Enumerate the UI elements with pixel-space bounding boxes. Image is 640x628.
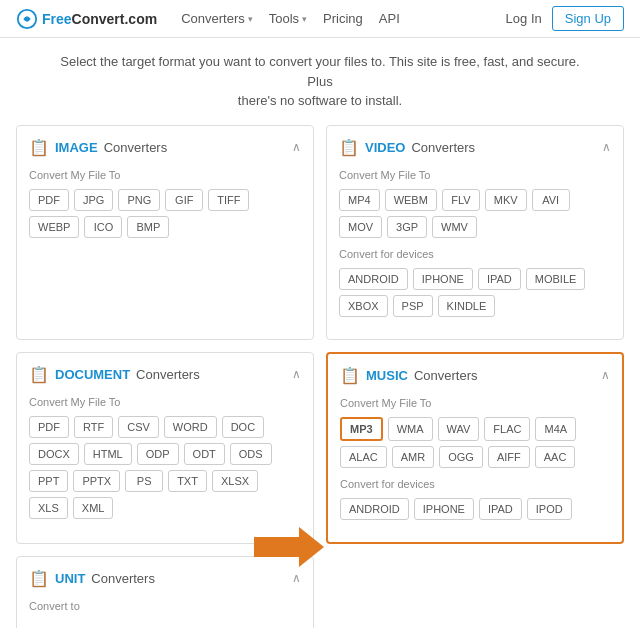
document-card-header: 📋 DOCUMENT Converters ∧ (29, 365, 301, 384)
document-section-label: Convert My File To (29, 396, 301, 408)
subtitle: Select the target format you want to con… (0, 38, 640, 125)
main-grid: 📋 IMAGE Converters ∧ Convert My File To … (0, 125, 640, 629)
format-html[interactable]: HTML (84, 443, 132, 465)
device-mobile[interactable]: MOBILE (526, 268, 586, 290)
format-wma[interactable]: WMA (388, 417, 433, 441)
format-jpg[interactable]: JPG (74, 189, 113, 211)
music-device-iphone[interactable]: IPHONE (414, 498, 474, 520)
device-psp[interactable]: PSP (393, 295, 433, 317)
music-device-android[interactable]: ANDROID (340, 498, 409, 520)
nav-pricing[interactable]: Pricing (323, 11, 363, 26)
format-pdf[interactable]: PDF (29, 189, 69, 211)
format-3gp[interactable]: 3GP (387, 216, 427, 238)
format-docx[interactable]: DOCX (29, 443, 79, 465)
music-format-grid: MP3 WMA WAV FLAC M4A ALAC AMR OGG AIFF A… (340, 417, 610, 468)
signup-button[interactable]: Sign Up (552, 6, 624, 31)
music-device-ipad[interactable]: IPAD (479, 498, 522, 520)
device-ipad[interactable]: IPAD (478, 268, 521, 290)
format-aiff[interactable]: AIFF (488, 446, 530, 468)
format-amr[interactable]: AMR (392, 446, 434, 468)
format-m4a[interactable]: M4A (535, 417, 576, 441)
nav-tools[interactable]: Tools ▾ (269, 11, 307, 26)
nav-converters[interactable]: Converters ▾ (181, 11, 253, 26)
video-card: 📋 VIDEO Converters ∧ Convert My File To … (326, 125, 624, 340)
image-format-grid: PDF JPG PNG GIF TIFF WEBP ICO BMP (29, 189, 301, 238)
format-xlsx[interactable]: XLSX (212, 470, 258, 492)
format-flv[interactable]: FLV (442, 189, 480, 211)
format-webp[interactable]: WEBP (29, 216, 79, 238)
video-card-header: 📋 VIDEO Converters ∧ (339, 138, 611, 157)
image-section-label: Convert My File To (29, 169, 301, 181)
format-mp4[interactable]: MP4 (339, 189, 380, 211)
document-card: 📋 DOCUMENT Converters ∧ Convert My File … (16, 352, 314, 544)
format-avi[interactable]: AVI (532, 189, 570, 211)
format-alac[interactable]: ALAC (340, 446, 387, 468)
format-doc[interactable]: DOC (222, 416, 264, 438)
format-mp3[interactable]: MP3 (340, 417, 383, 441)
music-section-label: Convert My File To (340, 397, 610, 409)
music-card-chevron-icon[interactable]: ∧ (601, 368, 610, 382)
format-aac[interactable]: AAC (535, 446, 576, 468)
format-webm[interactable]: WEBM (385, 189, 437, 211)
header: FreeConvert.com Converters ▾ Tools ▾ Pri… (0, 0, 640, 38)
device-android[interactable]: ANDROID (339, 268, 408, 290)
format-ogg[interactable]: OGG (439, 446, 483, 468)
document-card-chevron-icon[interactable]: ∧ (292, 367, 301, 381)
image-card-chevron-icon[interactable]: ∧ (292, 140, 301, 154)
music-card-wrapper: 📋 MUSIC Converters ∧ Convert My File To … (326, 352, 624, 544)
format-gif[interactable]: GIF (165, 189, 203, 211)
format-ppt[interactable]: PPT (29, 470, 68, 492)
format-ps[interactable]: PS (125, 470, 163, 492)
login-button[interactable]: Log In (506, 11, 542, 26)
video-card-chevron-icon[interactable]: ∧ (602, 140, 611, 154)
format-mov[interactable]: MOV (339, 216, 382, 238)
video-devices-label: Convert for devices (339, 248, 611, 260)
document-card-title: 📋 DOCUMENT Converters (29, 365, 200, 384)
music-card-title: 📋 MUSIC Converters (340, 366, 477, 385)
format-tiff[interactable]: TIFF (208, 189, 249, 211)
music-card: 📋 MUSIC Converters ∧ Convert My File To … (326, 352, 624, 544)
video-card-icon: 📋 (339, 138, 359, 157)
format-txt[interactable]: TXT (168, 470, 207, 492)
device-iphone[interactable]: IPHONE (413, 268, 473, 290)
logo-free: Free (42, 11, 72, 27)
format-word[interactable]: WORD (164, 416, 217, 438)
unit-section-label: Convert to (29, 600, 301, 612)
format-csv[interactable]: CSV (118, 416, 159, 438)
device-kindle[interactable]: KINDLE (438, 295, 496, 317)
video-section-label: Convert My File To (339, 169, 611, 181)
image-card-icon: 📋 (29, 138, 49, 157)
format-wmv[interactable]: WMV (432, 216, 477, 238)
unit-card-chevron-icon[interactable]: ∧ (292, 571, 301, 585)
format-odp[interactable]: ODP (137, 443, 179, 465)
format-odt[interactable]: ODT (184, 443, 225, 465)
format-pdf-doc[interactable]: PDF (29, 416, 69, 438)
format-xml[interactable]: XML (73, 497, 114, 519)
tools-chevron-icon: ▾ (302, 14, 307, 24)
format-mkv[interactable]: MKV (485, 189, 527, 211)
nav-api[interactable]: API (379, 11, 400, 26)
format-png[interactable]: PNG (118, 189, 160, 211)
format-xls[interactable]: XLS (29, 497, 68, 519)
document-card-icon: 📋 (29, 365, 49, 384)
video-devices-grid: ANDROID IPHONE IPAD MOBILE XBOX PSP KIND… (339, 268, 611, 317)
unit-card-header: 📋 UNIT Converters ∧ (29, 569, 301, 588)
converters-chevron-icon: ▾ (248, 14, 253, 24)
document-format-grid: PDF RTF CSV WORD DOC DOCX HTML ODP ODT O… (29, 416, 301, 519)
format-wav[interactable]: WAV (438, 417, 480, 441)
format-pptx[interactable]: PPTX (73, 470, 120, 492)
format-rtf[interactable]: RTF (74, 416, 113, 438)
device-xbox[interactable]: XBOX (339, 295, 388, 317)
unit-card-icon: 📋 (29, 569, 49, 588)
video-card-title: 📋 VIDEO Converters (339, 138, 475, 157)
logo[interactable]: FreeConvert.com (16, 8, 157, 30)
format-flac[interactable]: FLAC (484, 417, 530, 441)
unit-card: 📋 UNIT Converters ∧ Convert to (16, 556, 314, 629)
format-bmp[interactable]: BMP (127, 216, 169, 238)
header-right: Log In Sign Up (506, 6, 624, 31)
video-format-grid: MP4 WEBM FLV MKV AVI MOV 3GP WMV (339, 189, 611, 238)
music-device-ipod[interactable]: IPOD (527, 498, 572, 520)
music-card-icon: 📋 (340, 366, 360, 385)
format-ods[interactable]: ODS (230, 443, 272, 465)
format-ico[interactable]: ICO (84, 216, 122, 238)
